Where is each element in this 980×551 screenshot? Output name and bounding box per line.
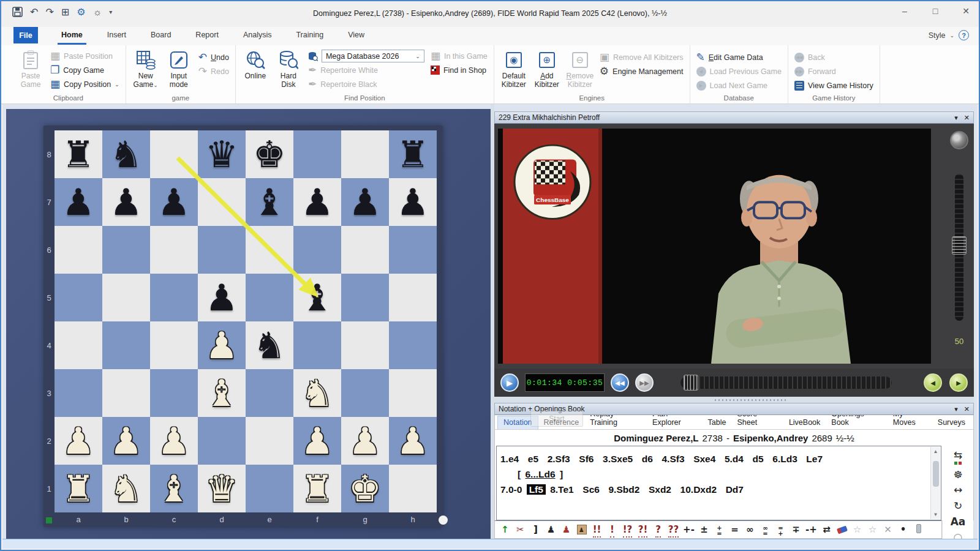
white-pawn[interactable]: ♟ bbox=[102, 417, 150, 465]
white-king[interactable]: ♚ bbox=[341, 465, 389, 512]
tab-report[interactable]: Report bbox=[183, 27, 231, 44]
white-slightly-better-icon[interactable]: += bbox=[712, 523, 727, 536]
black-queen[interactable]: ♛ bbox=[198, 130, 246, 178]
repertoire-white-button[interactable]: ✒ Repertoire White bbox=[306, 63, 427, 77]
eraser-icon[interactable] bbox=[834, 525, 850, 534]
square-e8[interactable]: ♚ bbox=[246, 130, 293, 178]
square-c8[interactable] bbox=[150, 130, 198, 178]
square-d3[interactable]: ♝ bbox=[198, 369, 246, 417]
white-pawn[interactable]: ♟ bbox=[55, 417, 102, 465]
style-label[interactable]: Style bbox=[929, 31, 946, 40]
end-variation-bracket-icon[interactable]: ] bbox=[528, 525, 543, 534]
square-g6[interactable] bbox=[341, 226, 389, 274]
black-knight[interactable]: ♞ bbox=[102, 130, 150, 178]
square-f3[interactable]: ♞ bbox=[293, 369, 341, 417]
square-a1[interactable]: ♜ bbox=[55, 465, 102, 512]
edit-game-data-button[interactable]: ✎ Edit Game Data bbox=[694, 50, 784, 64]
square-g7[interactable]: ♟ bbox=[341, 178, 389, 226]
black-bishop[interactable]: ♝ bbox=[246, 178, 293, 226]
square-c2[interactable]: ♟ bbox=[150, 417, 198, 465]
tab-board[interactable]: Board bbox=[138, 27, 183, 44]
tab-view[interactable]: View bbox=[336, 27, 377, 44]
style-caret-icon[interactable]: ⌄ bbox=[949, 32, 954, 39]
move-line-2[interactable]: 7.0-0 Lf5 8.Te1 Sc6 9.Sbd2 Sxd2 10.Dxd2 … bbox=[500, 482, 926, 497]
delete-mark-icon[interactable]: ✕ bbox=[880, 525, 895, 534]
black-better-icon[interactable]: ∓ bbox=[788, 525, 804, 534]
move-up-arrow-icon[interactable]: ↑ bbox=[497, 525, 513, 534]
square-b4[interactable] bbox=[102, 321, 150, 369]
square-f6[interactable] bbox=[293, 226, 341, 274]
new-game-button[interactable]: New Game⌄ bbox=[130, 48, 162, 89]
square-h4[interactable] bbox=[389, 321, 437, 369]
white-winning-icon[interactable]: +- bbox=[681, 525, 696, 534]
white-bishop[interactable]: ♝ bbox=[150, 465, 198, 512]
square-c3[interactable] bbox=[150, 369, 198, 417]
tab-home[interactable]: Home bbox=[49, 27, 95, 44]
find-in-shop-button[interactable]: Find in Shop bbox=[428, 63, 490, 77]
square-g4[interactable] bbox=[341, 321, 389, 369]
black-pawn[interactable]: ♟ bbox=[341, 178, 389, 226]
board-resize-dot[interactable] bbox=[439, 515, 448, 525]
black-pawn[interactable]: ♟ bbox=[150, 178, 198, 226]
tab-insert[interactable]: Insert bbox=[95, 27, 138, 44]
dubious-move-icon[interactable]: ?! bbox=[635, 525, 650, 534]
notation-tab-surveys[interactable]: Surveys bbox=[932, 416, 971, 429]
tab-analysis[interactable]: Analysis bbox=[231, 27, 284, 44]
square-d5[interactable]: ♟ bbox=[198, 274, 246, 321]
square-a2[interactable]: ♟ bbox=[55, 417, 102, 465]
video-collapse-icon[interactable]: ▾ bbox=[954, 114, 958, 122]
volume-handle[interactable] bbox=[952, 236, 967, 255]
black-knight[interactable]: ♞ bbox=[246, 321, 293, 369]
white-pawn[interactable]: ♟ bbox=[341, 417, 389, 465]
load-next-game-button[interactable]: ▶ Load Next Game bbox=[694, 78, 784, 92]
black-bishop[interactable]: ♝ bbox=[293, 274, 341, 321]
square-d6[interactable] bbox=[198, 226, 246, 274]
scroll-thumb[interactable] bbox=[933, 461, 939, 487]
pinwheel-icon[interactable]: ☸ bbox=[953, 469, 962, 481]
black-rook[interactable]: ♜ bbox=[389, 130, 437, 178]
square-h2[interactable]: ♟ bbox=[389, 417, 437, 465]
square-d1[interactable]: ♛ bbox=[198, 465, 246, 512]
variation-link[interactable]: 6...Ld6 bbox=[525, 469, 555, 479]
square-g8[interactable] bbox=[341, 130, 389, 178]
fast-forward-button[interactable]: ▶▶ bbox=[635, 373, 654, 392]
white-pawn[interactable]: ♟ bbox=[389, 417, 437, 465]
paste-game-button[interactable]: Paste Game bbox=[15, 48, 47, 89]
square-c7[interactable]: ♟ bbox=[150, 178, 198, 226]
square-g3[interactable] bbox=[341, 369, 389, 417]
rewind-button[interactable]: ◀◀ bbox=[611, 373, 629, 392]
horizontal-splitter[interactable] bbox=[494, 397, 974, 403]
fork-arrows-icon[interactable]: ↔ bbox=[954, 484, 962, 496]
repertoire-black-button[interactable]: ✒ Repertoire Black bbox=[306, 77, 427, 91]
square-b7[interactable]: ♟ bbox=[102, 178, 150, 226]
square-f8[interactable] bbox=[293, 130, 341, 178]
moves-area[interactable]: 1.e4 e5 2.Sf3 Sf6 3.Sxe5 d6 4.Sf3 Sxe4 5… bbox=[496, 446, 941, 520]
input-mode-button[interactable]: Input mode bbox=[163, 48, 195, 89]
engine-management-button[interactable]: ⚙ Engine Management bbox=[597, 64, 686, 78]
variation-colors-icon[interactable]: ⇆ bbox=[954, 449, 962, 465]
minimize-button[interactable]: – bbox=[898, 6, 911, 16]
white-rook[interactable]: ♜ bbox=[293, 465, 341, 512]
square-b6[interactable] bbox=[102, 226, 150, 274]
square-g2[interactable]: ♟ bbox=[341, 417, 389, 465]
square-d7[interactable] bbox=[198, 178, 246, 226]
scroll-down-icon[interactable]: ▼ bbox=[933, 510, 938, 519]
remove-all-kibitzers-button[interactable]: ▣ Remove All Kibitzers bbox=[597, 50, 686, 64]
square-c4[interactable] bbox=[150, 321, 198, 369]
notation-close-icon[interactable]: ✕ bbox=[964, 405, 970, 413]
square-f4[interactable] bbox=[293, 321, 341, 369]
notation-scrollbar[interactable]: ▲ ▼ bbox=[930, 447, 940, 519]
equal-icon[interactable]: = bbox=[727, 525, 742, 534]
square-g1[interactable]: ♚ bbox=[341, 465, 389, 512]
in-this-game-button[interactable]: ▦ In this Game bbox=[428, 49, 490, 63]
black-pawn[interactable]: ♟ bbox=[198, 274, 246, 321]
font-size-button[interactable]: Aa bbox=[951, 516, 966, 528]
play-button[interactable]: ▶ bbox=[500, 373, 519, 392]
dot-icon[interactable]: • bbox=[895, 525, 911, 534]
square-d8[interactable]: ♛ bbox=[198, 130, 246, 178]
default-kibitzer-button[interactable]: ◉ Default Kibitzer bbox=[498, 48, 530, 89]
volume-slider[interactable] bbox=[955, 174, 963, 321]
black-slightly-better-icon[interactable]: =+ bbox=[773, 523, 788, 536]
undo-button[interactable]: ↶ Undo bbox=[196, 50, 232, 64]
square-f7[interactable]: ♟ bbox=[293, 178, 341, 226]
